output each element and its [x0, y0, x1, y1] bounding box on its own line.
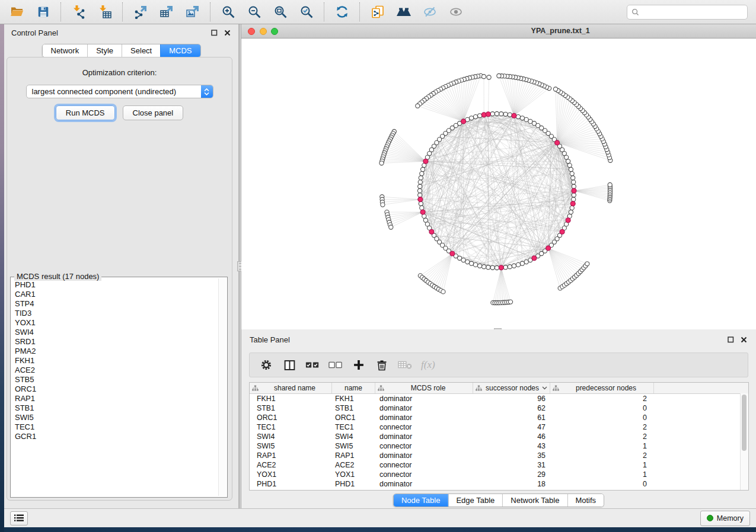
- close-panel-icon[interactable]: [739, 335, 748, 344]
- node-table-body: FKH1FKH1dominator962STB1STB1dominator620…: [250, 394, 748, 489]
- cell: dominator: [375, 403, 473, 413]
- import-network-icon[interactable]: [68, 2, 90, 21]
- mcds-result-item[interactable]: GCR1: [15, 432, 218, 441]
- zoom-selected-icon[interactable]: [295, 2, 318, 21]
- column-header-shared-name[interactable]: shared name: [250, 383, 332, 393]
- add-column-icon[interactable]: [352, 358, 366, 372]
- select-all-icon[interactable]: [305, 358, 320, 372]
- table-row[interactable]: STB1STB1dominator620: [250, 403, 748, 413]
- show-columns-icon[interactable]: [282, 358, 296, 372]
- table-row[interactable]: SWI5SWI5connector431: [250, 441, 748, 451]
- network-node: [486, 265, 490, 270]
- table-row[interactable]: RAP1RAP1dominator352: [250, 451, 748, 460]
- mcds-result-item[interactable]: ACE2: [15, 366, 218, 375]
- network-node: [516, 115, 520, 119]
- show-hide-panels-icon[interactable]: [419, 2, 441, 21]
- table-row[interactable]: PHD1PHD1dominator180: [250, 479, 748, 489]
- mcds-result-item[interactable]: PHD1: [15, 280, 218, 290]
- search-input[interactable]: [642, 7, 743, 17]
- mcds-result-item[interactable]: CAR1: [15, 290, 218, 299]
- tab-edge-table[interactable]: Edge Table: [448, 494, 502, 507]
- criterion-dropdown[interactable]: largest connected component (undirected): [26, 85, 213, 98]
- network-node: [478, 114, 482, 118]
- zoom-fit-icon[interactable]: [269, 2, 292, 21]
- network-node: [585, 262, 589, 266]
- mcds-result-item[interactable]: YOX1: [15, 318, 218, 328]
- float-window-icon[interactable]: [210, 28, 218, 37]
- memory-button[interactable]: Memory: [700, 511, 750, 526]
- node-table[interactable]: shared namenameMCDS rolesuccessor nodesp…: [249, 382, 749, 491]
- table-row[interactable]: FKH1FKH1dominator962: [250, 394, 748, 403]
- mcds-result-item[interactable]: PMA2: [15, 347, 218, 356]
- zoom-in-icon[interactable]: [217, 2, 240, 21]
- mcds-result-item[interactable]: SRD1: [15, 337, 218, 347]
- table-row[interactable]: ORC1ORC1dominator610: [250, 413, 748, 422]
- mcds-result-item[interactable]: FKH1: [15, 356, 218, 366]
- dominator-node: [423, 159, 428, 164]
- mcds-result-list[interactable]: PHD1CAR1STP4TID3YOX1SWI4SRD1PMA2FKH1ACE2…: [11, 280, 218, 496]
- network-nodes[interactable]: [379, 73, 613, 305]
- toggle-bird-view-icon[interactable]: [445, 2, 467, 21]
- run-mcds-button[interactable]: Run MCDS: [56, 105, 115, 120]
- mcds-list-scrollbar[interactable]: [218, 278, 226, 496]
- network-node: [572, 180, 576, 184]
- import-table-icon[interactable]: [94, 2, 116, 21]
- float-window-icon[interactable]: [726, 335, 735, 344]
- cell: TEC1: [250, 422, 332, 432]
- export-network-icon[interactable]: [129, 2, 152, 21]
- table-scrollbar[interactable]: [740, 393, 748, 490]
- table-row[interactable]: TEC1TEC1connector472: [250, 422, 748, 432]
- maximize-traffic-light[interactable]: [271, 28, 278, 35]
- search-network-icon[interactable]: [393, 2, 415, 21]
- mcds-result-item[interactable]: STP4: [15, 299, 218, 309]
- tab-mcds[interactable]: MCDS: [160, 44, 200, 57]
- close-panel-icon[interactable]: [223, 28, 231, 37]
- network-canvas[interactable]: [241, 39, 756, 329]
- mcds-result-item[interactable]: SWI4: [15, 328, 218, 337]
- close-panel-button[interactable]: Close panel: [123, 105, 184, 120]
- sort-descending-icon: [542, 386, 547, 390]
- column-header-successor-nodes[interactable]: successor nodes: [473, 383, 550, 393]
- mcds-result-item[interactable]: STB5: [15, 375, 218, 384]
- network-node: [419, 201, 423, 206]
- column-header-MCDS-role[interactable]: MCDS role: [375, 383, 473, 393]
- table-row[interactable]: SWI4SWI4dominator462: [250, 432, 748, 441]
- tab-style[interactable]: Style: [87, 44, 122, 57]
- export-table-icon[interactable]: [155, 2, 178, 21]
- mcds-result-item[interactable]: TID3: [15, 309, 218, 318]
- mcds-result-item[interactable]: ORC1: [15, 384, 218, 394]
- close-traffic-light[interactable]: [248, 28, 255, 35]
- column-header-predecessor-nodes[interactable]: predecessor nodes: [550, 383, 654, 393]
- zoom-out-icon[interactable]: [243, 2, 266, 21]
- search-field[interactable]: [627, 5, 748, 20]
- delete-column-icon[interactable]: [375, 358, 389, 372]
- table-row[interactable]: YOX1YOX1connector291: [250, 470, 748, 479]
- cell: dominator: [375, 451, 473, 460]
- table-settings-gear-icon[interactable]: [259, 358, 273, 372]
- mcds-result-item[interactable]: STB1: [15, 403, 218, 413]
- tab-node-table[interactable]: Node Table: [394, 494, 448, 507]
- export-image-icon[interactable]: [181, 2, 204, 21]
- table-row[interactable]: ACE2ACE2connector311: [250, 460, 748, 470]
- network-node: [418, 180, 422, 184]
- deselect-all-icon[interactable]: [328, 358, 343, 372]
- tab-network-table[interactable]: Network Table: [502, 494, 567, 507]
- network-node: [420, 172, 424, 176]
- network-window-titlebar[interactable]: YPA_prune.txt_1: [241, 24, 756, 39]
- tab-motifs[interactable]: Motifs: [567, 494, 604, 507]
- column-header-name[interactable]: name: [332, 383, 375, 393]
- network-node: [461, 258, 465, 262]
- mcds-result-item[interactable]: SWI5: [15, 413, 218, 422]
- minimize-traffic-light[interactable]: [260, 28, 267, 35]
- task-history-button[interactable]: [10, 511, 28, 525]
- tab-network[interactable]: Network: [42, 44, 87, 57]
- mcds-result-item[interactable]: TEC1: [15, 422, 218, 432]
- refresh-view-icon[interactable]: [331, 2, 353, 21]
- mcds-result-item[interactable]: RAP1: [15, 394, 218, 403]
- copy-network-icon[interactable]: [366, 2, 389, 21]
- cell: 1: [550, 441, 654, 451]
- save-session-icon[interactable]: [32, 2, 55, 21]
- tab-select[interactable]: Select: [122, 44, 160, 57]
- table-scrollbar-thumb[interactable]: [742, 395, 747, 451]
- open-file-icon[interactable]: [6, 2, 28, 21]
